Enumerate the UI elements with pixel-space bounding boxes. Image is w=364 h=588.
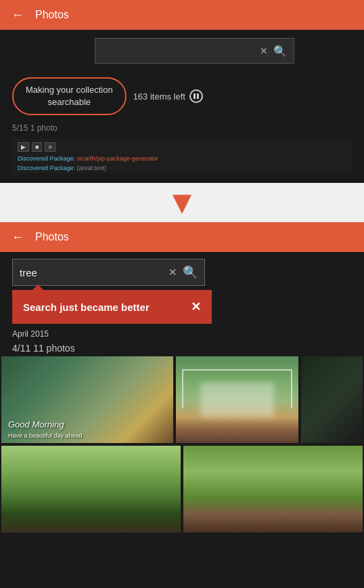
photo-bridge-cell[interactable]: [176, 356, 298, 443]
photo-park: [1, 446, 181, 532]
arrow-container: ▼: [0, 183, 364, 222]
photo-sculpture-cell[interactable]: [183, 446, 363, 532]
cmd-btn-2[interactable]: ■: [32, 142, 42, 152]
top-panel: ← Photos ✕ 🔍 Making your collection sear…: [0, 0, 364, 183]
bottom-search-input[interactable]: [20, 267, 168, 278]
tooltip-close-icon[interactable]: ✕: [191, 299, 201, 314]
top-title: Photos: [35, 9, 69, 21]
photo-partial-cell[interactable]: [301, 356, 363, 443]
top-search-input[interactable]: [102, 45, 260, 56]
back-button-bottom[interactable]: ←: [8, 228, 27, 247]
photo-row-2: [0, 446, 364, 532]
svg-rect-1: [197, 93, 199, 99]
photo-tree-sculpture: [183, 446, 363, 532]
bridge-blur: [200, 382, 274, 417]
bottom-header: ← Photos: [0, 222, 364, 252]
search-better-tooltip: Search just became better ✕: [12, 290, 212, 324]
cmd-line-3: Discovered Package: (arcst.thinf): [18, 173, 346, 173]
pause-icon[interactable]: [189, 89, 203, 103]
top-search-bar[interactable]: ✕ 🔍: [95, 38, 294, 64]
have-beautiful-text: Have a beautiful day ahead: [8, 432, 83, 439]
photo-grid: Good Morning Have a beautiful day ahead: [0, 356, 364, 532]
back-button-top[interactable]: ←: [8, 5, 27, 24]
photo-bridge: [176, 356, 298, 443]
searchable-row: Making your collection searchable 163 it…: [0, 72, 364, 121]
tooltip-text: Search just became better: [23, 301, 150, 313]
cmd-btn-1[interactable]: ▶: [18, 142, 29, 152]
date-section: 4/11 11 photos: [0, 340, 364, 356]
date-label-top: 5/15 1 photo: [0, 121, 364, 135]
cmd-line-1: Discovered Package: srca/th/pip-package-…: [18, 154, 346, 164]
bottom-search-bar[interactable]: ✕ 🔍: [12, 259, 205, 286]
photo-park-cell[interactable]: [1, 446, 181, 532]
items-left-label: 163 items left: [133, 89, 203, 103]
photo-forest-cell[interactable]: Good Morning Have a beautiful day ahead: [1, 356, 173, 443]
bottom-search-icon: 🔍: [183, 265, 198, 280]
top-header: ← Photos: [0, 0, 364, 30]
top-search-icon: 🔍: [273, 45, 287, 58]
cmd-output-area: ▶ ■ ≡ Discovered Package: srca/th/pip-pa…: [12, 138, 352, 173]
cmd-toolbar: ▶ ■ ≡: [18, 142, 346, 152]
cmd-btn-3[interactable]: ≡: [45, 142, 55, 152]
svg-rect-0: [194, 93, 196, 99]
bottom-title: Photos: [35, 231, 69, 243]
good-morning-text: Good Morning: [8, 419, 64, 429]
top-search-clear-icon[interactable]: ✕: [260, 45, 268, 56]
photo-dark: [301, 356, 363, 443]
photo-row-1: Good Morning Have a beautiful day ahead: [0, 356, 364, 443]
bottom-panel: ← Photos ✕ 🔍 Search just became better ✕…: [0, 222, 364, 588]
down-arrow-icon: ▼: [166, 186, 198, 219]
photo-forest: Good Morning Have a beautiful day ahead: [1, 356, 173, 443]
making-searchable-label: Making your collection searchable: [12, 77, 127, 115]
bottom-search-clear-icon[interactable]: ✕: [168, 266, 177, 278]
cmd-line-2: Discovered Package: (areat.test): [18, 164, 346, 173]
photos-date-label: April 2015: [0, 324, 364, 340]
